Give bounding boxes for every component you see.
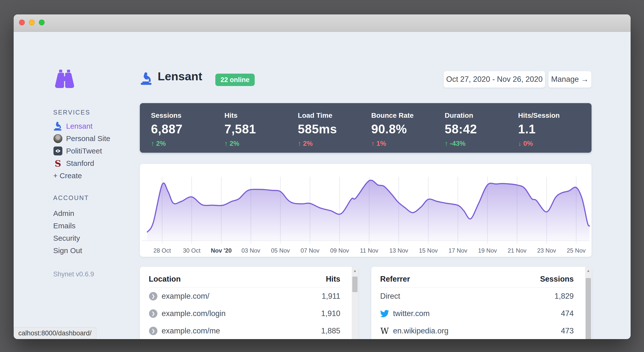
x-tick-label: 23 Nov (537, 247, 556, 254)
table-row-en-wikipedia-org[interactable]: Wen.wikipedia.org473 (380, 322, 574, 339)
table-row-twitter-com[interactable]: twitter.com474 (380, 305, 574, 322)
manage-button[interactable]: Manage → (548, 71, 592, 88)
stat-value: 7,581 (224, 122, 298, 136)
x-tick-label: 03 Nov (241, 247, 260, 254)
x-tick-label: 17 Nov (448, 247, 467, 254)
sidebar-item-personal-site[interactable]: Personal Site (53, 132, 110, 145)
twitter-icon (380, 309, 389, 318)
chevron-circle-icon: ❯ (149, 292, 158, 301)
x-tick-label: 19 Nov (478, 247, 497, 254)
location-card: Location Hits ❯example.com/1,911❯example… (140, 267, 358, 339)
page-content: SERVICES LensantPersonal SitePolitiTweet… (14, 32, 631, 339)
avatar-favicon (54, 134, 62, 143)
stat-label: Duration (445, 112, 518, 119)
chevron-circle-icon: ❯ (149, 292, 158, 300)
stat-value: 585ms (298, 122, 371, 136)
row-value: 474 (561, 309, 574, 318)
sidebar-item-polititweet[interactable]: PolitiTweet (53, 145, 110, 157)
referrer-card: Referrer Sessions Direct1,829twitter.com… (371, 267, 592, 339)
row-label: example.com/login (162, 309, 321, 318)
stat-value: 6,887 (151, 122, 224, 136)
chevron-circle-icon: ❯ (149, 327, 158, 335)
scroll-up-icon[interactable]: ▲ (352, 267, 358, 274)
avatar-favicon (53, 134, 62, 143)
eye-favicon (54, 146, 62, 155)
minimize-button[interactable] (29, 20, 35, 25)
sidebar-item-label: + Create (53, 171, 82, 180)
stat-label: Load Time (298, 112, 371, 119)
sidebar-item-label: Sign Out (53, 246, 82, 255)
stat-delta: ↑ 1% (371, 140, 445, 147)
twitter-icon (380, 309, 389, 318)
scroll-up-icon[interactable]: ▲ (585, 267, 592, 274)
row-value: 1,885 (321, 326, 340, 335)
sidebar-item-label: PolitiTweet (66, 147, 102, 155)
sidebar-item-sign-out[interactable]: Sign Out (53, 244, 82, 257)
sidebar-item-emails[interactable]: Emails (53, 220, 82, 232)
table-row-example-com-login[interactable]: ❯example.com/login1,910 (149, 305, 340, 322)
wikipedia-icon: W (380, 327, 389, 335)
sidebar-item-create[interactable]: + Create (53, 169, 110, 182)
location-table-title: Location (149, 275, 326, 284)
x-tick-label: 11 Nov (360, 247, 378, 254)
area-fill (147, 180, 590, 241)
page-header: Lensant 22 online Oct 27, 2020 - Nov 26,… (140, 70, 592, 88)
sidebar-item-stanford[interactable]: SStanford (53, 157, 110, 169)
row-value: 473 (561, 326, 574, 335)
x-tick-label: 28 Oct (154, 247, 171, 254)
x-tick-label: 07 Nov (300, 247, 319, 254)
close-button[interactable] (19, 20, 25, 25)
page-title: Lensant (158, 69, 202, 83)
app-window: SERVICES LensantPersonal SitePolitiTweet… (14, 14, 631, 339)
scrollbar-thumb[interactable] (586, 278, 591, 339)
x-tick-label: 15 Nov (419, 247, 438, 254)
row-label: en.wikipedia.org (393, 326, 561, 335)
table-row-example-com[interactable]: ❯example.com/1,911 (149, 288, 340, 305)
zoom-button[interactable] (39, 20, 44, 25)
account-section-label: ACCOUNT (53, 194, 89, 202)
binoculars-icon (53, 70, 76, 88)
stats-bar: Sessions6,887↑ 2%Hits7,581↑ 2%Load Time5… (140, 103, 592, 153)
sidebar-item-security[interactable]: Security (53, 232, 82, 244)
referrer-scrollbar[interactable]: ▲ (585, 267, 592, 339)
stat-duration: Duration58:42↑ -43% (445, 112, 518, 153)
referrer-table-title: Referrer (380, 275, 540, 284)
scrollbar-thumb[interactable] (352, 277, 358, 292)
stat-sessions: Sessions6,887↑ 2% (151, 112, 224, 153)
x-tick-label: 13 Nov (389, 247, 408, 254)
status-url-tooltip: calhost:8000/dashboard/ (14, 327, 96, 339)
date-range-button[interactable]: Oct 27, 2020 - Nov 26, 2020 (444, 71, 545, 88)
area-chart-canvas: 28 Oct30 OctNov '2003 Nov05 Nov07 Nov09 … (140, 164, 592, 257)
x-tick-label: 25 Nov (567, 247, 586, 254)
traffic-chart-card: 28 Oct30 OctNov '2003 Nov05 Nov07 Nov09 … (140, 164, 592, 257)
sidebar-item-lensant[interactable]: Lensant (53, 120, 110, 132)
services-section-label: SERVICES (53, 109, 90, 116)
table-row-example-com-me[interactable]: ❯example.com/me1,885 (149, 322, 340, 339)
sidebar-item-label: Security (53, 234, 80, 242)
microscope-icon (53, 121, 62, 131)
referrer-value-header: Sessions (540, 275, 574, 284)
sidebar-item-label: Admin (53, 209, 74, 218)
microscope-icon (140, 72, 153, 85)
stat-value: 90.8% (371, 122, 445, 136)
sidebar-item-admin[interactable]: Admin (53, 207, 82, 220)
stanford-favicon: S (55, 159, 61, 168)
app-version: Shynet v0.6.9 (53, 270, 94, 278)
table-row-direct[interactable]: Direct1,829 (380, 288, 574, 305)
location-scrollbar[interactable]: ▲ (352, 267, 358, 339)
stat-load-time: Load Time585ms↑ 2% (298, 112, 371, 153)
row-label: example.com/ (162, 292, 322, 301)
stat-delta: ↑ 2% (298, 140, 371, 147)
account-nav: AdminEmailsSecuritySign Out (53, 207, 82, 257)
stat-delta: ↓ 0% (518, 140, 592, 147)
x-tick-label: 09 Nov (330, 247, 349, 254)
row-label: twitter.com (393, 309, 561, 318)
stanford-favicon: S (53, 159, 62, 168)
row-value: 1,910 (321, 309, 340, 318)
wikipedia-icon: W (380, 326, 389, 335)
row-value: 1,911 (322, 292, 340, 301)
x-tick-label: Nov '20 (211, 247, 232, 254)
microscope-icon (53, 121, 62, 131)
row-value: 1,829 (554, 292, 574, 301)
titlebar (14, 14, 631, 32)
